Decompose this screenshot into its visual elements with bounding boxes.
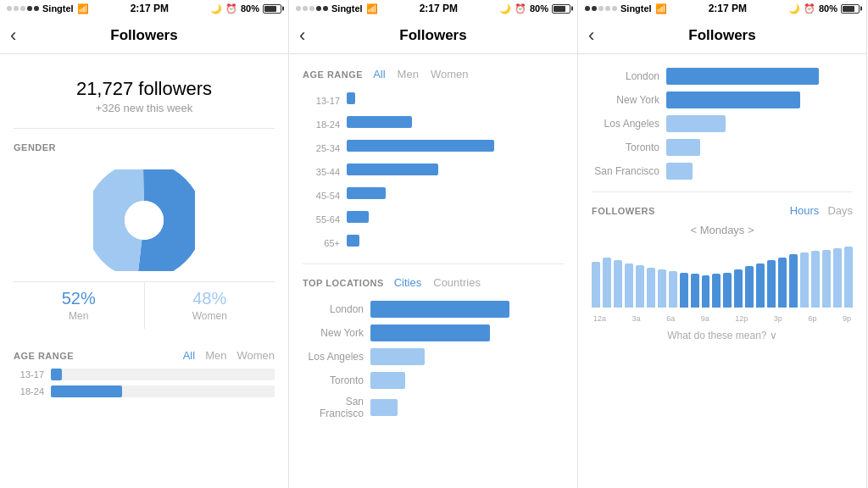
battery-icon-3: [841, 4, 860, 14]
status-left-2: Singtel 📶: [296, 3, 378, 14]
location-row: London: [592, 68, 853, 85]
location-bar-fill: [666, 92, 800, 108]
bar-col: [680, 243, 688, 308]
age-label: 18-24: [14, 386, 44, 396]
battery-icon-2: [552, 4, 570, 14]
location-row: Los Angeles: [592, 115, 853, 132]
tab-cities[interactable]: Cities: [394, 276, 422, 289]
age-label: 13-17: [14, 369, 44, 380]
location-bar-track: [370, 372, 564, 389]
panel-1: Singtel 📶 2:17 PM 🌙 ⏰ 80% ‹ Followers 21…: [0, 0, 289, 488]
wifi-icon-2: 📶: [366, 3, 378, 14]
time-label: 3a: [632, 314, 641, 323]
time-1: 2:17 PM: [131, 3, 169, 14]
locations-title-2: TOP LOCATIONS: [303, 278, 384, 288]
dot: [14, 6, 19, 11]
age-bars-1: 13-17 18-24: [14, 369, 275, 397]
age-tab-women-1[interactable]: Women: [236, 349, 275, 362]
age-row: 18-24: [14, 385, 275, 397]
location-label: San Francisco: [303, 396, 364, 419]
age-bar-fill: [347, 211, 369, 223]
location-bars-3: London New York Los Angeles Toronto San …: [592, 68, 853, 180]
age-tab-women-2[interactable]: Women: [431, 68, 469, 80]
location-bar-fill: [370, 372, 405, 389]
dot: [592, 6, 597, 11]
alarm-icon-3: ⏰: [804, 3, 815, 14]
dot: [309, 6, 314, 11]
back-button-2[interactable]: ‹: [299, 25, 305, 47]
age-filter-row-2: AGE RANGE All Men Women: [303, 68, 564, 80]
back-button-1[interactable]: ‹: [10, 25, 16, 47]
prev-day-icon[interactable]: <: [690, 224, 697, 236]
age-label: 35-44: [303, 167, 340, 177]
bar-rect: [833, 248, 842, 308]
alarm-icon-1: ⏰: [225, 3, 237, 14]
battery-fill-1: [264, 6, 276, 12]
location-label: London: [303, 303, 364, 315]
tab-hours[interactable]: Hours: [790, 204, 820, 217]
time-label: 9p: [843, 314, 851, 323]
carrier-3: Singtel: [620, 3, 652, 14]
followers-chart-header: FOLLOWERS Hours Days: [592, 204, 853, 217]
dot: [316, 6, 321, 11]
age-tab-all-2[interactable]: All: [373, 68, 385, 80]
age-tabs-2: All Men Women: [373, 68, 468, 80]
location-row: Toronto: [303, 372, 564, 389]
bar-rect: [636, 265, 644, 308]
location-bar-fill: [370, 348, 425, 365]
age-label: 55-64: [303, 214, 340, 225]
bar-col: [778, 243, 787, 308]
bar-rect: [691, 274, 699, 308]
nav-bar-2: ‹ Followers: [289, 17, 577, 54]
age-tab-all-1[interactable]: All: [183, 349, 195, 362]
battery-pct-1: 80%: [241, 3, 259, 14]
age-row: 35-44: [303, 164, 564, 180]
location-bar-track: [370, 348, 564, 365]
location-bar-track: [666, 163, 853, 180]
back-button-3[interactable]: ‹: [588, 25, 594, 47]
dot: [20, 6, 25, 11]
women-label: Women: [145, 310, 275, 322]
age-tab-men-1[interactable]: Men: [205, 349, 226, 362]
help-link[interactable]: What do these mean? ∨: [592, 330, 853, 341]
age-title-1: AGE RANGE: [14, 351, 74, 361]
bar-rect: [712, 274, 721, 308]
alarm-icon-2: ⏰: [515, 3, 526, 14]
chevron-down-icon: ∨: [770, 330, 777, 341]
age-tab-men-2[interactable]: Men: [398, 68, 419, 80]
bar-rect: [592, 262, 600, 308]
bar-rect: [734, 269, 743, 308]
bar-col: [756, 243, 765, 308]
bar-rect: [647, 268, 655, 308]
next-day-icon[interactable]: >: [748, 224, 754, 236]
panel-3: Singtel 📶 2:17 PM 🌙 ⏰ 80% ‹ Followers Lo…: [578, 0, 867, 488]
location-filter-row: TOP LOCATIONS Cities Countries: [303, 276, 564, 289]
location-bar-track: [666, 92, 853, 108]
age-row: 45-54: [303, 187, 564, 204]
nav-bar-3: ‹ Followers: [578, 17, 866, 54]
stats-summary: 21,727 followers +326 new this week: [14, 68, 275, 129]
location-row: London: [303, 301, 564, 318]
location-bar-track: [666, 68, 853, 85]
signal-dots-1: [7, 6, 39, 11]
location-bar-track: [370, 324, 564, 341]
tab-countries[interactable]: Countries: [433, 276, 481, 289]
followers-chart-section: FOLLOWERS Hours Days < Mondays > 12a3a6a…: [592, 204, 853, 341]
bar-col: [833, 243, 842, 308]
age-row: 65+: [303, 235, 564, 252]
bar-col: [767, 243, 776, 308]
location-row: New York: [303, 324, 564, 341]
age-bar-fill: [347, 92, 355, 104]
bar-col: [723, 243, 732, 308]
wifi-icon-3: 📶: [655, 3, 667, 14]
moon-icon-1: 🌙: [210, 3, 222, 14]
status-right-2: 🌙 ⏰ 80%: [499, 3, 570, 14]
dot: [612, 6, 617, 11]
location-row: New York: [592, 92, 853, 108]
nav-bar-1: ‹ Followers: [0, 17, 288, 54]
dot: [585, 6, 590, 11]
status-left-3: Singtel 📶: [585, 3, 667, 14]
bar-rect: [680, 273, 688, 308]
bar-col: [811, 243, 820, 308]
tab-days[interactable]: Days: [827, 204, 853, 217]
